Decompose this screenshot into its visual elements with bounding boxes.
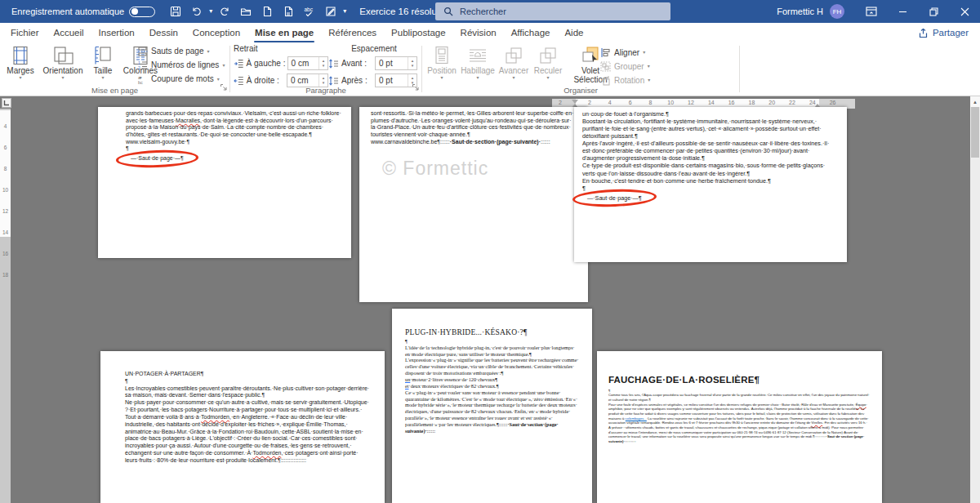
undo-chevron-icon[interactable]: ▾ [209,8,212,15]
avatar[interactable]: FH [830,4,844,19]
spacing-after-icon [328,76,339,86]
svg-text:abc: abc [304,7,313,12]
document-page[interactable]: PLUG-IN·​HYBRIDE...·​KÉSAKO·​?¶¶L'idée·​… [392,309,592,503]
user-name[interactable]: Formettic H [777,7,823,16]
tab-mise-en-page[interactable]: Mise en page [247,23,321,42]
spinner-icons[interactable]: ▴▾ [318,74,327,87]
text-block: www.vielsalm-gouvy.be·​¶ [126,139,343,146]
size-button[interactable]: Taille ▾ [87,44,119,83]
text-block: —·​Saut·​de·​page·​—¶ [131,155,184,162]
ruler-number: 18 [748,100,755,105]
scroll-up-icon[interactable]: ▲ [970,96,980,107]
line-numbers-button[interactable]: 12 Numéros de lignes ▾ [137,59,229,71]
tab-aide[interactable]: Aide [557,23,590,42]
send-backward-icon [539,44,557,65]
orientation-button[interactable]: Orientation ▾ [39,44,87,83]
tab-dessin[interactable]: Dessin [142,23,185,42]
restore-button[interactable] [918,0,949,23]
ruler-number: 8 [648,100,652,105]
redo-button[interactable] [216,2,234,20]
dialog-launcher-mise-en-page[interactable] [220,79,227,94]
dialog-launcher-paragraphe[interactable] [412,79,419,94]
group-label-organiser: Organiser [422,86,739,95]
text-block: FAUCHAGE·​DE·​LA·​ROSELIÈRE¶ [608,374,871,387]
vertical-ruler[interactable]: 4681012141618 [0,109,11,503]
spacing-before-input[interactable]: 0 pt ▴▾ [375,56,417,70]
svg-text:2: 2 [138,65,140,70]
document-page[interactable]: un·​coup·​de·​fouet·​à·​l'organisme.¶Boo… [574,107,847,262]
send-backward-button: Reculer ▾ [532,44,564,90]
text-block: PLUG-IN·​HYBRIDE...·​KÉSAKO·​?¶ [405,328,579,338]
document-page[interactable]: UN·​POTAGER·​À·​PARTAGER¶¶Les·​Incroyabl… [100,351,385,503]
minimize-button[interactable] [887,0,918,23]
autosave-toggle[interactable] [129,7,155,17]
ruler-number: 4 [0,123,11,129]
text-block: ¶ [405,338,579,345]
ruler-number: 4 [608,100,612,105]
retrait-header: Retrait [234,44,328,53]
orientation-icon [52,44,74,65]
text-block: Après·​l'avoir·​ingéré,·​il·​est·​d'aill… [582,140,837,162]
tab-conception[interactable]: Conception [185,23,247,42]
share-button[interactable]: Partager [918,28,969,38]
vertical-scrollbar[interactable]: ▲ [970,96,980,503]
scrollbar-thumb[interactable] [971,107,979,158]
ruler-number: 16 [728,100,735,105]
chevron-down-icon: ▾ [440,75,443,80]
text-block: et·​deux·​moteurs·​électriques·​de·​82·​… [405,383,579,389]
ribbon-display-options-button[interactable] [856,0,887,23]
line-numbers-icon: 12 [137,60,148,70]
indent-left-icon [234,59,244,69]
tab-fichier[interactable]: Fichier [3,23,47,42]
spinner-icons[interactable]: ▴▾ [408,57,416,69]
search-input[interactable]: Rechercher [435,2,670,20]
autosave-control[interactable]: Enregistrement automatique [0,7,155,17]
chevron-down-icon: ▾ [101,75,104,80]
document-page[interactable]: grands·​barbecues·​pour·​des·​repas·​con… [98,107,351,258]
group-label-paragraphe: Paragraphe [230,86,421,95]
undo-button[interactable] [188,2,206,20]
chevron-down-icon: ▾ [61,75,64,80]
ruler-number: 2 [588,100,591,105]
chevron-down-icon: ▾ [643,50,645,55]
text-block: un·​moteur·​2·​litres·​essence·​de·​120·… [405,376,579,383]
tab-references[interactable]: Références [321,23,384,42]
quick-access-toolbar: ▾ abc ▾ [167,2,346,20]
margins-button[interactable]: Marges ▾ [2,44,39,83]
hyphenation-button[interactable]: a-bc Coupure de mots ▾ [137,73,229,85]
tab-selector[interactable] [2,98,11,108]
open-button[interactable] [237,2,255,20]
spelling-button[interactable]: abc [301,2,318,20]
ruler-number: 8 [0,166,11,171]
ruler-number: 10 [667,100,674,105]
tab-affichage[interactable]: Affichage [504,23,558,42]
tab-accueil[interactable]: Accueil [47,23,91,42]
ruler-number: 12 [688,100,694,105]
spinner-icons[interactable]: ▴▾ [318,57,327,69]
tab-revision[interactable]: Révision [453,23,504,42]
margins-icon [11,44,29,65]
quick-access-overflow-icon[interactable]: ▾ [343,8,346,15]
document-canvas[interactable]: 2 2468101214161820222426 4681012141618 ▲… [0,96,980,503]
save-button[interactable] [167,2,185,20]
chevron-down-icon: ▾ [512,75,514,80]
toggle-knob-icon [131,8,138,15]
page-breaks-button[interactable]: Sauts de page ▾ [137,45,229,57]
tab-insertion[interactable]: Insertion [91,23,142,42]
titlebar: Enregistrement automatique ▾ abc ▾ Exerc… [0,0,980,23]
edit-document-button[interactable] [322,2,340,20]
new-document-button[interactable] [258,2,276,20]
word-window: Enregistrement automatique ▾ abc ▾ Exerc… [0,0,980,503]
align-button[interactable]: Aligner ▾ [600,46,650,59]
group-mise-en-page: Marges ▾ Orientation ▾ Taille ▾ Colonnes… [0,42,229,96]
indent-left-input[interactable]: 0 cm ▴▾ [287,56,328,70]
document-page[interactable]: FAUCHAGE·​DE·​LA·​ROSELIÈRE¶¶Comme·​tous… [597,351,882,503]
text-block: Comme·​tous·​les·​ans,·​l'Aqua-scope·​pr… [608,393,871,402]
document-page[interactable]: sont·​ressortis.·​Si·​la·​météo·​le·​per… [359,107,588,302]
close-button[interactable] [949,0,980,23]
tab-publipostage[interactable]: Publipostage [384,23,453,42]
chevron-down-icon: ▾ [19,75,21,80]
text-block: Les·​Incroyables·​comestibles·​peuvent·​… [125,385,370,400]
print-preview-button[interactable] [279,2,297,20]
text-block: ¶ [125,378,370,385]
